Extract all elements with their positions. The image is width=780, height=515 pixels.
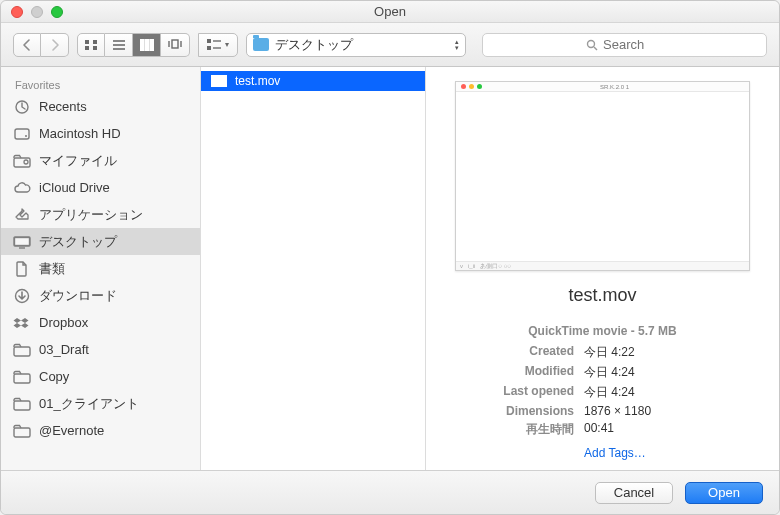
svg-rect-13	[207, 39, 211, 43]
svg-rect-8	[145, 39, 149, 51]
svg-rect-20	[15, 129, 29, 139]
sidebar-item[interactable]: ダウンロード	[1, 282, 200, 309]
svg-point-23	[24, 160, 28, 164]
sidebar-item[interactable]: iCloud Drive	[1, 174, 200, 201]
meta-key: Modified	[444, 364, 574, 381]
svg-rect-0	[85, 40, 89, 44]
icon-view-button[interactable]	[77, 33, 105, 57]
svg-point-21	[25, 135, 27, 137]
nav-buttons	[13, 33, 69, 57]
sidebar-item[interactable]: @Evernote	[1, 417, 200, 444]
svg-rect-9	[150, 39, 154, 51]
meta-value: 今日 4:24	[584, 384, 761, 401]
sidebar-header: Favorites	[1, 75, 200, 93]
sidebar-item-label: マイファイル	[39, 152, 117, 170]
titlebar: Open	[1, 1, 779, 23]
path-label: デスクトップ	[275, 36, 353, 54]
file-name: test.mov	[235, 74, 280, 88]
sidebar-item-label: Macintosh HD	[39, 126, 121, 141]
open-dialog: Open	[0, 0, 780, 515]
arrange-group: ▾	[198, 33, 238, 57]
stepper-icon: ▴▾	[455, 39, 459, 51]
download-icon	[13, 288, 31, 304]
svg-rect-10	[172, 40, 178, 48]
toolbar: ▾ デスクトップ ▴▾	[1, 23, 779, 67]
svg-rect-25	[15, 238, 29, 245]
smartfolder-icon	[13, 153, 31, 169]
svg-rect-30	[14, 401, 30, 410]
svg-line-18	[594, 47, 597, 50]
sidebar-item-label: 01_クライアント	[39, 395, 139, 413]
search-icon	[586, 39, 598, 51]
add-tags-link[interactable]: Add Tags…	[584, 446, 761, 460]
file-row[interactable]: test.mov	[201, 71, 425, 91]
meta-value: 今日 4:24	[584, 364, 761, 381]
file-thumb-icon	[211, 75, 227, 87]
sidebar-item[interactable]: Dropbox	[1, 309, 200, 336]
chevron-down-icon: ▾	[225, 40, 229, 49]
sidebar-item-label: デスクトップ	[39, 233, 117, 251]
sidebar[interactable]: Favorites RecentsMacintosh HDマイファイルiClou…	[1, 67, 201, 470]
sidebar-item-label: 03_Draft	[39, 342, 89, 357]
sidebar-item-label: Copy	[39, 369, 69, 384]
sidebar-item[interactable]: Copy	[1, 363, 200, 390]
preview-filename: test.mov	[568, 285, 636, 306]
footer: Cancel Open	[1, 470, 779, 514]
meta-key: Created	[444, 344, 574, 361]
meta-value: 00:41	[584, 421, 761, 438]
folder-icon	[13, 396, 31, 412]
open-button[interactable]: Open	[685, 482, 763, 504]
sidebar-item-label: アプリケーション	[39, 206, 143, 224]
desktop-icon	[13, 234, 31, 250]
meta-value: 1876 × 1180	[584, 404, 761, 418]
arrange-button[interactable]: ▾	[198, 33, 238, 57]
column-view-button[interactable]	[133, 33, 161, 57]
svg-rect-3	[93, 46, 97, 50]
meta-key: Dimensions	[444, 404, 574, 418]
sidebar-item[interactable]: Macintosh HD	[1, 120, 200, 147]
meta-key: Last opened	[444, 384, 574, 401]
sidebar-item-label: iCloud Drive	[39, 180, 110, 195]
svg-point-17	[588, 40, 595, 47]
folder-icon	[253, 38, 269, 51]
hdd-icon	[13, 126, 31, 142]
search-field[interactable]	[482, 33, 767, 57]
sidebar-item[interactable]: 03_Draft	[1, 336, 200, 363]
sidebar-item[interactable]: デスクトップ	[1, 228, 200, 255]
clock-icon	[13, 99, 31, 115]
preview-metadata: QuickTime movie - 5.7 MB Created今日 4:22M…	[444, 324, 761, 460]
svg-rect-28	[14, 347, 30, 356]
svg-rect-31	[14, 428, 30, 437]
view-switcher	[77, 33, 190, 57]
sidebar-item-label: ダウンロード	[39, 287, 117, 305]
apps-icon	[13, 207, 31, 223]
path-popup[interactable]: デスクトップ ▴▾	[246, 33, 466, 57]
sidebar-item[interactable]: アプリケーション	[1, 201, 200, 228]
sidebar-item[interactable]: マイファイル	[1, 147, 200, 174]
folder-icon	[13, 342, 31, 358]
svg-rect-7	[140, 39, 144, 51]
meta-key: 再生時間	[444, 421, 574, 438]
preview-type: QuickTime movie - 5.7 MB	[444, 324, 761, 338]
folder-icon	[13, 423, 31, 439]
meta-value: 今日 4:22	[584, 344, 761, 361]
sidebar-item-label: @Evernote	[39, 423, 104, 438]
window-title: Open	[1, 4, 779, 19]
sidebar-item[interactable]: 01_クライアント	[1, 390, 200, 417]
main-content: Favorites RecentsMacintosh HDマイファイルiClou…	[1, 67, 779, 470]
back-button[interactable]	[13, 33, 41, 57]
preview-pane: SR.K.2.0 1 v i_ii あ側口○ ○○ test.mov Quick…	[426, 67, 779, 470]
forward-button[interactable]	[41, 33, 69, 57]
file-column[interactable]: test.mov	[201, 67, 426, 470]
sidebar-item[interactable]: 書類	[1, 255, 200, 282]
search-input[interactable]	[603, 37, 663, 52]
sidebar-item[interactable]: Recents	[1, 93, 200, 120]
svg-rect-29	[14, 374, 30, 383]
cancel-button[interactable]: Cancel	[595, 482, 673, 504]
list-view-button[interactable]	[105, 33, 133, 57]
coverflow-view-button[interactable]	[161, 33, 190, 57]
svg-rect-14	[207, 46, 211, 50]
cloud-icon	[13, 180, 31, 196]
doc-icon	[13, 261, 31, 277]
sidebar-item-label: Dropbox	[39, 315, 88, 330]
